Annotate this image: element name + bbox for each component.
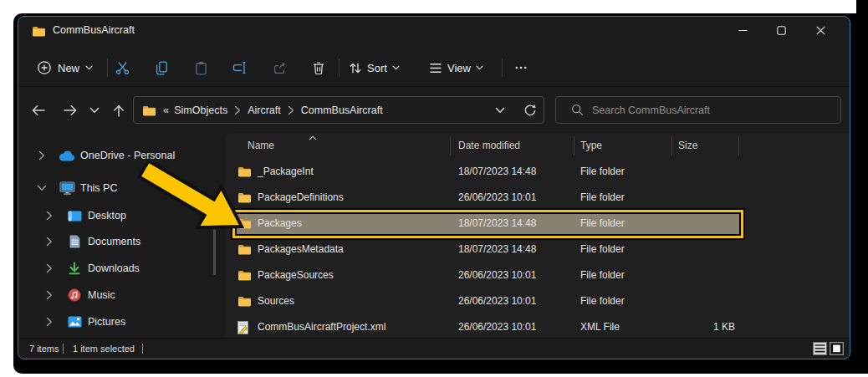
- file-size: [671, 237, 735, 262]
- file-name: PackageSources: [258, 262, 334, 288]
- minimize-button[interactable]: [723, 18, 762, 43]
- column-separator[interactable]: [738, 136, 739, 155]
- back-button[interactable]: [25, 97, 52, 124]
- sidebar-item-documents[interactable]: Documents: [18, 229, 217, 254]
- file-row-commbusaircraftproject-xml[interactable]: CommBusAircraftProject.xml26/06/2023 10:…: [225, 314, 843, 340]
- chevron-down-icon: [476, 65, 483, 70]
- close-button[interactable]: [801, 18, 840, 43]
- search-box[interactable]: Search CommBusAircraft: [555, 96, 841, 124]
- breadcrumb-item[interactable]: CommBusAircraft: [301, 104, 383, 116]
- column-headers: Name Date modified Type Size: [225, 133, 850, 158]
- forward-arrow-icon: [63, 104, 78, 117]
- column-separator[interactable]: [574, 136, 574, 155]
- file-row-packagedefinitions[interactable]: PackageDefinitions26/06/2023 10:01File f…: [225, 185, 843, 211]
- maximize-icon: [777, 26, 786, 35]
- chevron-right-icon[interactable]: [41, 237, 58, 247]
- column-header-date[interactable]: Date modified: [458, 133, 520, 158]
- clipboard-icon: [194, 61, 208, 75]
- copy-button[interactable]: [147, 49, 176, 86]
- paste-button[interactable]: [186, 49, 215, 86]
- sidebar-item-label: Music: [88, 289, 115, 301]
- documents-icon: [66, 235, 83, 248]
- sort-ascending-icon: [309, 135, 317, 140]
- sidebar-item-this-pc[interactable]: This PC: [18, 176, 217, 201]
- breadcrumb-item[interactable]: SimObjects: [174, 104, 227, 116]
- chevron-right-icon[interactable]: [41, 317, 58, 327]
- column-header-size[interactable]: Size: [678, 133, 697, 158]
- back-arrow-icon: [31, 104, 46, 117]
- share-button[interactable]: [265, 49, 294, 86]
- search-placeholder: Search CommBusAircraft: [592, 104, 710, 116]
- column-separator[interactable]: [671, 136, 672, 155]
- chevron-right-icon[interactable]: [41, 263, 58, 273]
- onedrive-icon: [59, 150, 75, 161]
- file-row-packagesmetadata[interactable]: PackagesMetadata18/07/2023 14:48File fol…: [225, 237, 843, 262]
- copy-pages-icon: [155, 61, 169, 75]
- large-icons-view-icon: [830, 342, 844, 355]
- file-size: 1 KB: [671, 314, 735, 340]
- sidebar-scrollbar[interactable]: [213, 229, 216, 275]
- navigation-bar: « SimObjectsAircraftCommBusAircraft Sear…: [18, 87, 850, 133]
- explorer-window: CommBusAircraft New Sort View: [18, 16, 850, 359]
- new-button-label: New: [58, 62, 79, 74]
- trash-can-icon: [312, 61, 325, 75]
- file-size: [671, 288, 735, 314]
- chevron-right-icon[interactable]: [41, 211, 58, 221]
- sort-button[interactable]: Sort: [349, 49, 400, 86]
- forward-button[interactable]: [57, 97, 84, 124]
- sidebar-item-music[interactable]: Music: [18, 283, 217, 308]
- view-button[interactable]: View: [429, 49, 483, 86]
- plus-circle-icon: [37, 60, 52, 75]
- file-date-modified: 26/06/2023 10:01: [458, 288, 536, 314]
- sidebar-item-desktop[interactable]: Desktop: [18, 203, 217, 228]
- file-name: PackageDefinitions: [258, 185, 344, 211]
- folder-icon: [32, 25, 46, 37]
- column-separator[interactable]: [450, 136, 451, 155]
- chevron-down-icon[interactable]: [495, 107, 505, 114]
- downloads-icon: [66, 262, 83, 275]
- file-row-packageint[interactable]: _PackageInt18/07/2023 14:48File folder: [225, 159, 843, 185]
- sort-arrows-icon: [349, 62, 362, 74]
- chevron-down-icon[interactable]: [33, 185, 50, 191]
- details-view-toggle[interactable]: [813, 342, 827, 355]
- sidebar-item-pictures[interactable]: Pictures: [18, 309, 217, 334]
- folder-file-icon: [237, 295, 252, 307]
- cut-button[interactable]: [108, 49, 136, 86]
- column-header-name[interactable]: Name: [248, 133, 274, 158]
- file-type: File folder: [580, 211, 625, 237]
- recent-locations-button[interactable]: [81, 97, 108, 124]
- ellipsis-icon: [514, 61, 528, 74]
- new-button[interactable]: New: [30, 49, 102, 86]
- large-icons-view-toggle[interactable]: [830, 342, 844, 355]
- rename-button[interactable]: [226, 49, 254, 86]
- view-button-label: View: [447, 62, 471, 74]
- file-row-packages[interactable]: Packages18/07/2023 14:48File folder: [225, 211, 843, 237]
- breadcrumb-item[interactable]: Aircraft: [248, 104, 281, 116]
- window-title: CommBusAircraft: [53, 24, 135, 36]
- sidebar-item-downloads[interactable]: Downloads: [18, 256, 217, 281]
- file-name: PackagesMetadata: [258, 237, 344, 262]
- more-options-button[interactable]: [508, 49, 534, 86]
- file-type: File folder: [580, 262, 625, 288]
- breadcrumb-overflow[interactable]: «: [163, 104, 169, 116]
- maximize-button[interactable]: [762, 18, 800, 43]
- folder-file-icon: [237, 269, 252, 281]
- folder-file-icon: [237, 191, 252, 203]
- sidebar-item-label: This PC: [80, 182, 117, 194]
- up-button[interactable]: [105, 97, 132, 124]
- status-bar: 7 items 1 item selected: [18, 338, 850, 359]
- view-lines-icon: [429, 63, 442, 74]
- file-size: [671, 185, 735, 211]
- rename-box-icon: [232, 61, 248, 74]
- sidebar-item-onedrive-personal[interactable]: OneDrive - Personal: [18, 143, 217, 168]
- file-row-sources[interactable]: Sources26/06/2023 10:01File folder: [225, 288, 843, 314]
- chevron-right-icon[interactable]: [33, 150, 50, 160]
- chevron-right-icon[interactable]: [41, 290, 58, 300]
- address-bar[interactable]: « SimObjectsAircraftCommBusAircraft: [133, 96, 544, 124]
- column-header-type[interactable]: Type: [580, 133, 602, 158]
- folder-file-icon: [237, 243, 252, 255]
- refresh-icon[interactable]: [523, 104, 537, 117]
- thispc-icon: [59, 181, 75, 195]
- delete-button[interactable]: [304, 49, 333, 86]
- file-row-packagesources[interactable]: PackageSources26/06/2023 10:01File folde…: [225, 262, 843, 288]
